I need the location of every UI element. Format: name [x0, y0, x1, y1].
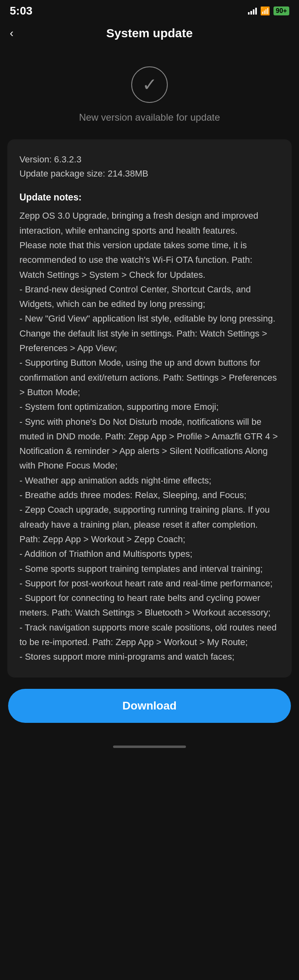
status-icons: 📶 90+ — [248, 6, 289, 16]
version-number: Version: 6.3.2.3 — [19, 152, 280, 166]
update-notes-section: Update notes: Zepp OS 3.0 Upgrade, bring… — [19, 192, 280, 664]
download-button[interactable]: Download — [8, 689, 291, 723]
page-header: ‹ System update — [0, 20, 299, 46]
update-notes-body: Zepp OS 3.0 Upgrade, bringing a fresh de… — [19, 209, 280, 664]
battery-indicator: 90+ — [273, 6, 289, 15]
wifi-icon: 📶 — [260, 6, 270, 16]
download-area: Download — [0, 677, 299, 739]
check-circle: ✓ — [131, 66, 168, 103]
status-bar: 5:03 📶 90+ — [0, 0, 299, 20]
checkmark-icon: ✓ — [142, 76, 157, 94]
back-button[interactable]: ‹ — [10, 28, 13, 39]
home-indicator — [0, 739, 299, 753]
signal-icon — [248, 7, 257, 15]
version-available-label: New version available for update — [79, 112, 220, 123]
package-size: Update package size: 214.38MB — [19, 166, 280, 181]
status-time: 5:03 — [10, 4, 32, 17]
update-info-card: Version: 6.3.2.3 Update package size: 21… — [7, 139, 292, 677]
update-status-area: ✓ New version available for update — [0, 46, 299, 139]
page-title: System update — [106, 26, 192, 40]
home-bar — [113, 746, 186, 748]
update-notes-title: Update notes: — [19, 192, 280, 203]
